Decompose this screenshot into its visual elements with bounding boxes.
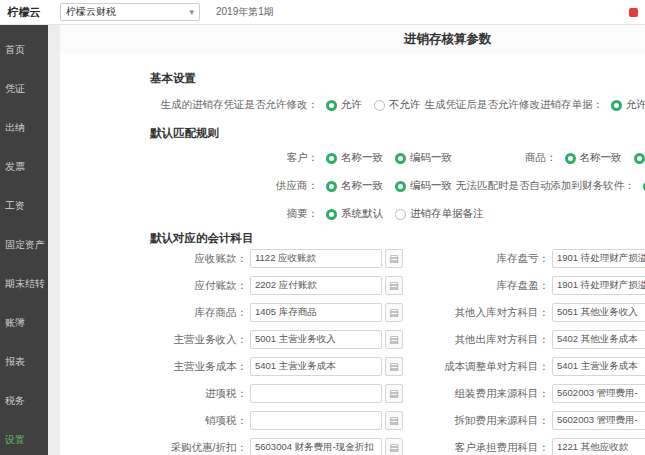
- subject-picker-button[interactable]: ▤: [385, 303, 403, 322]
- radio-option-allow[interactable]: 允许: [326, 98, 362, 112]
- subject-value-input[interactable]: [250, 357, 382, 376]
- field-label: 客户：: [150, 151, 318, 165]
- match-row-goods: 商品： 名称一致 编码一致: [525, 151, 645, 165]
- subject-picker-icon: ▤: [389, 415, 398, 426]
- subject-picker-icon: ▤: [389, 361, 398, 372]
- radio-option-name-match[interactable]: 名称一致: [326, 179, 383, 193]
- notice-icon[interactable]: [629, 8, 638, 17]
- radio-option-doc-remark[interactable]: 进销存单据备注: [395, 207, 484, 221]
- subject-value-input[interactable]: [250, 249, 382, 268]
- sidebar-item-books[interactable]: 账簿: [0, 303, 48, 342]
- radio-icon: [326, 209, 337, 220]
- subject-picker-icon: ▤: [389, 442, 398, 453]
- match-row-auto-add: 无法匹配时是否自动添加到财务软件： 自动添加: [456, 179, 645, 193]
- subject-value-input[interactable]: [250, 303, 382, 322]
- sidebar-item-settings[interactable]: 设置: [0, 420, 48, 455]
- subject-value-input[interactable]: [552, 330, 645, 349]
- field-label: 采购优惠/折扣：: [150, 441, 247, 455]
- field-label: 主营业务收入：: [150, 333, 247, 347]
- basic-settings-row: 生成的进销存凭证是否允许修改： 允许 不允许 生成凭证后是否允许修改进销存单据：…: [150, 95, 645, 115]
- sidebar: 首页 凭证 出纳 发票 工资 固定资产 期末结转 账簿 报表 税务 设置: [0, 24, 48, 455]
- field-label: 其他入库对方科目：: [403, 306, 549, 320]
- sidebar-item-period-end[interactable]: 期末结转: [0, 264, 48, 303]
- subject-row: 进项税： ▤ 组装费用来源科目：: [150, 380, 645, 407]
- subject-picker-button[interactable]: ▤: [385, 438, 403, 455]
- subject-picker-icon: ▤: [389, 253, 398, 264]
- main-panel: 进销存核算参数 基本设置 生成的进销存凭证是否允许修改： 允许 不允许 生成凭证…: [60, 24, 645, 455]
- radio-icon: [634, 153, 645, 164]
- radio-label: 允许: [341, 98, 362, 112]
- section-title-match: 默认匹配规则: [150, 127, 645, 140]
- subject-picker-button[interactable]: ▤: [385, 249, 403, 268]
- radio-icon: [565, 153, 576, 164]
- radio-option-allow[interactable]: 允许: [611, 98, 645, 112]
- field-label: 商品：: [525, 151, 557, 165]
- chevron-down-icon: ▾: [189, 8, 194, 17]
- app-logo: 柠檬云: [0, 5, 48, 20]
- field-label: 无法匹配时是否自动添加到财务软件：: [456, 179, 635, 193]
- radio-option-system-default[interactable]: 系统默认: [326, 207, 383, 221]
- radio-icon: [374, 100, 385, 111]
- sidebar-item-home[interactable]: 首页: [0, 30, 48, 69]
- radio-icon: [326, 100, 337, 111]
- field-label: 组装费用来源科目：: [403, 387, 549, 401]
- subject-value-input[interactable]: [250, 411, 382, 430]
- section-title-subjects: 默认对应的会计科目: [150, 232, 645, 245]
- field-label: 库存盘亏：: [403, 252, 549, 266]
- subject-picker-icon: ▤: [389, 388, 398, 399]
- subject-value-input[interactable]: [250, 438, 382, 455]
- subject-picker-button[interactable]: ▤: [385, 384, 403, 403]
- radio-option-code-match[interactable]: 编码一致: [634, 151, 645, 165]
- settings-form: 基本设置 生成的进销存凭证是否允许修改： 允许 不允许 生成凭证后是否允许修改进…: [150, 54, 645, 455]
- sidebar-item-invoice[interactable]: 发票: [0, 147, 48, 186]
- field-label: 成本调整单对方科目：: [403, 360, 549, 374]
- subject-value-input[interactable]: [552, 303, 645, 322]
- subject-picker-button[interactable]: ▤: [385, 276, 403, 295]
- account-set-select[interactable]: 柠檬云财税 ▾: [60, 3, 200, 21]
- radio-label: 允许: [626, 98, 645, 112]
- sidebar-item-voucher[interactable]: 凭证: [0, 69, 48, 108]
- subject-value-input[interactable]: [552, 249, 645, 268]
- radio-option-disallow[interactable]: 不允许: [374, 98, 421, 112]
- subject-value-input[interactable]: [552, 276, 645, 295]
- subject-picker-icon: ▤: [389, 280, 398, 291]
- field-label: 客户承担费用科目：: [403, 441, 549, 455]
- match-row-customer: 客户： 名称一致 编码一致 商品： 名称一致 编码一致: [150, 148, 645, 168]
- field-label: 生成的进销存凭证是否允许修改：: [150, 98, 318, 112]
- sidebar-item-fixed-assets[interactable]: 固定资产: [0, 225, 48, 264]
- radio-option-code-match[interactable]: 编码一致: [395, 151, 452, 165]
- subject-row: 销项税： ▤ 拆卸费用来源科目：: [150, 407, 645, 434]
- field-label: 拆卸费用来源科目：: [403, 414, 549, 428]
- subject-value-input[interactable]: [552, 357, 645, 376]
- subject-value-input[interactable]: [250, 330, 382, 349]
- period-label: 2019年第1期: [216, 5, 274, 19]
- sidebar-item-tax[interactable]: 税务: [0, 381, 48, 420]
- subject-row: 应付账款： ▤ 库存盘盈：: [150, 272, 645, 299]
- sidebar-item-cashier[interactable]: 出纳: [0, 108, 48, 147]
- radio-option-code-match[interactable]: 编码一致: [395, 179, 452, 193]
- field-label: 主营业务成本：: [150, 360, 247, 374]
- radio-icon: [611, 100, 622, 111]
- field-label: 应付账款：: [150, 279, 247, 293]
- radio-label: 名称一致: [341, 151, 383, 165]
- radio-option-name-match[interactable]: 名称一致: [565, 151, 622, 165]
- radio-icon: [395, 209, 406, 220]
- subject-value-input[interactable]: [552, 411, 645, 430]
- radio-option-name-match[interactable]: 名称一致: [326, 151, 383, 165]
- subject-picker-button[interactable]: ▤: [385, 357, 403, 376]
- page-title: 进销存核算参数: [60, 24, 645, 54]
- radio-icon: [395, 153, 406, 164]
- subject-value-input[interactable]: [552, 384, 645, 403]
- subject-value-input[interactable]: [250, 384, 382, 403]
- subject-picker-button[interactable]: ▤: [385, 411, 403, 430]
- radio-label: 名称一致: [341, 179, 383, 193]
- subject-value-input[interactable]: [552, 438, 645, 455]
- field-label: 供应商：: [150, 179, 318, 193]
- subject-row: 主营业务成本： ▤ 成本调整单对方科目：: [150, 353, 645, 380]
- radio-label: 编码一致: [410, 179, 452, 193]
- sidebar-item-reports[interactable]: 报表: [0, 342, 48, 381]
- subject-picker-button[interactable]: ▤: [385, 330, 403, 349]
- subject-value-input[interactable]: [250, 276, 382, 295]
- field-label: 生成凭证后是否允许修改进销存单据：: [425, 98, 604, 112]
- sidebar-item-salary[interactable]: 工资: [0, 186, 48, 225]
